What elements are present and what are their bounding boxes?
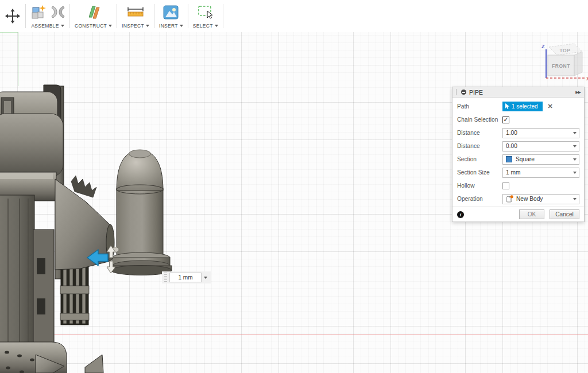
viewcube-right-face[interactable] (574, 52, 582, 76)
insert-menu-label: INSERT (159, 23, 178, 29)
insert-image-icon[interactable] (163, 5, 179, 20)
drag-grip-icon[interactable] (456, 89, 458, 95)
main-toolbar: ASSEMBLE CONSTRUCT (0, 0, 588, 32)
select-menu-label: SELECT (193, 23, 213, 29)
inspect-menu-label: INSPECT (122, 23, 144, 29)
pipe-preview-body (111, 150, 172, 275)
chevron-down-icon (573, 172, 577, 174)
chain-selection-checkbox[interactable]: ✓ (502, 116, 509, 123)
hollow-checkbox[interactable] (502, 182, 509, 189)
chevron-down-icon (215, 25, 218, 27)
dimension-input-box: 1 mm (162, 271, 211, 283)
view-cube[interactable]: TOP FRONT Z X (536, 40, 588, 84)
inspect-menu[interactable]: INSPECT (122, 23, 149, 30)
chevron-down-icon (573, 145, 577, 147)
assemble-menu-label: ASSEMBLE (31, 23, 59, 29)
section-value: Square (516, 156, 535, 162)
distance2-dropdown[interactable] (570, 142, 579, 151)
section-size-input[interactable]: 1 mm (502, 168, 579, 178)
dialog-title: PIPE (469, 89, 575, 96)
ok-button[interactable]: OK (519, 209, 544, 219)
distance1-label: Distance (457, 130, 502, 136)
joint-icon[interactable] (51, 5, 65, 20)
insert-menu[interactable]: INSERT (159, 23, 183, 30)
drag-grip-icon[interactable] (163, 273, 168, 282)
section-dropdown-caret[interactable] (570, 155, 579, 164)
clear-selection-icon[interactable]: ✕ (548, 103, 553, 110)
section-size-value: 1 mm (506, 169, 520, 176)
chain-selection-label: Chain Selection (457, 116, 502, 123)
select-menu[interactable]: SELECT (193, 23, 218, 30)
distance2-value: 0.00 (506, 143, 517, 149)
chevron-down-icon (109, 25, 112, 27)
distance1-input[interactable]: 1.00 (502, 128, 579, 138)
toolbar-group-assemble: ASSEMBLE (26, 0, 69, 32)
viewcube-front-label: FRONT (552, 63, 570, 69)
assemble-menu[interactable]: ASSEMBLE (31, 23, 64, 30)
toolbar-divider (223, 4, 223, 28)
path-selected-label: 1 selected (512, 103, 538, 110)
chevron-down-icon (573, 132, 577, 134)
pipe-dialog-header[interactable]: PIPE ▶▶ (452, 87, 584, 98)
section-row: Section Square (457, 153, 579, 166)
chevron-down-icon (573, 158, 577, 161)
section-label: Section (457, 156, 502, 162)
dialog-footer: i OK Cancel (452, 207, 584, 222)
chevron-down-icon (146, 25, 149, 27)
toolbar-group-select: SELECT (188, 0, 223, 32)
path-label: Path (457, 103, 502, 110)
hollow-label: Hollow (457, 182, 502, 189)
toolbar-group-insert: INSERT (154, 0, 188, 32)
distance-row-1: Distance 1.00 (457, 126, 579, 139)
new-component-icon[interactable] (30, 4, 47, 20)
construct-menu[interactable]: CONSTRUCT (75, 23, 112, 30)
cancel-button[interactable]: Cancel (550, 209, 579, 219)
viewcube-top-label: TOP (560, 48, 571, 53)
3d-viewport[interactable]: TOP FRONT Z X PIPE ▶▶ Path 1 selected (0, 32, 588, 373)
z-axis-label: Z (541, 44, 545, 49)
collapse-panel-icon[interactable]: ▶▶ (575, 90, 581, 95)
distance2-input[interactable]: 0.00 (502, 141, 579, 151)
construct-menu-label: CONSTRUCT (75, 23, 107, 29)
select-icon[interactable] (198, 4, 214, 20)
move-tool-button[interactable] (0, 0, 25, 32)
chevron-down-icon (180, 25, 183, 27)
distance1-dropdown[interactable] (570, 129, 579, 138)
info-icon[interactable]: i (457, 211, 464, 218)
cursor-icon (505, 103, 510, 110)
new-body-icon (506, 195, 513, 203)
dimension-dropdown[interactable] (202, 273, 210, 282)
pipe-dialog: PIPE ▶▶ Path 1 selected ✕ Chain Selectio… (452, 87, 585, 222)
3d-model[interactable] (0, 32, 218, 373)
section-dropdown[interactable]: Square (502, 154, 579, 165)
toolbar-group-construct: CONSTRUCT (70, 0, 117, 32)
distance2-label: Distance (457, 143, 502, 149)
section-size-dropdown[interactable] (570, 168, 579, 177)
operation-dropdown-caret[interactable] (570, 195, 579, 204)
path-row: Path 1 selected ✕ (457, 100, 579, 113)
operation-dropdown[interactable]: New Body (502, 194, 579, 204)
hollow-row: Hollow (457, 179, 579, 192)
chevron-down-icon (204, 277, 207, 279)
operation-value: New Body (516, 196, 543, 202)
chevron-down-icon (61, 25, 64, 27)
chain-selection-row: Chain Selection ✓ (457, 113, 579, 126)
distance-row-2: Distance 0.00 (457, 139, 579, 153)
operation-row: Operation New Body (457, 192, 579, 205)
section-size-label: Section Size (457, 169, 502, 176)
path-selected-button[interactable]: 1 selected (502, 102, 543, 111)
chevron-down-icon (573, 198, 577, 200)
operation-label: Operation (457, 196, 502, 202)
construct-plane-icon[interactable] (86, 4, 102, 20)
toolbar-group-inspect: INSPECT (117, 0, 154, 32)
dimension-value-input[interactable]: 1 mm (169, 273, 202, 282)
distance1-value: 1.00 (506, 130, 517, 136)
pipe-command-icon (461, 90, 466, 95)
section-size-row: Section Size 1 mm (457, 166, 579, 179)
measure-icon[interactable] (126, 5, 145, 19)
move-icon (5, 9, 20, 24)
square-section-icon (506, 156, 512, 162)
